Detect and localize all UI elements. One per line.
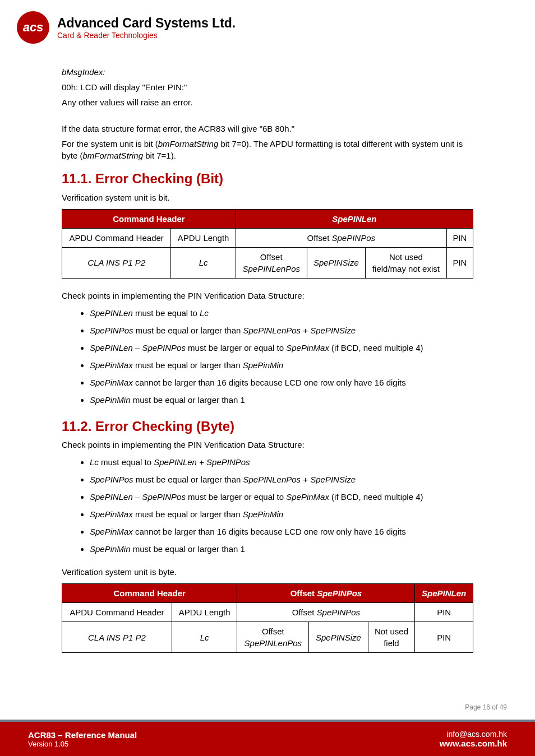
bullets-11-1: SpePINLen must be equal to LcSpePINPos m… <box>90 307 473 406</box>
list-item: Lc must equal to SpePINLen + SpePINPos <box>90 456 473 468</box>
list-item: SpePinMax cannot be larger than 16 digit… <box>90 377 473 388</box>
td2-spepinsize: SpePINSize <box>309 622 368 653</box>
logo-icon: acs <box>17 11 49 44</box>
th2-offset-spepinpos: Offset SpePINPos <box>237 584 415 603</box>
list-item: SpePINLen must be equal to Lc <box>90 307 473 319</box>
bullets-11-2: Lc must equal to SpePINLen + SpePINPosSp… <box>90 456 473 555</box>
page-footer: ACR83 – Reference Manual Version 1.05 in… <box>0 720 535 756</box>
footer-right: info@acs.com.hk www.acs.com.hk <box>440 730 507 748</box>
page-number: Page 16 of 49 <box>465 703 507 711</box>
heading-11-1: 11.1. Error Checking (Bit) <box>62 169 473 188</box>
verify-byte: Verification system unit is byte. <box>62 566 473 578</box>
bmsgindex-other: Any other values will raise an error. <box>62 96 473 108</box>
heading-11-2: 11.2. Error Checking (Byte) <box>62 417 473 436</box>
intro-11-2: Check points in implementing the PIN Ver… <box>62 439 473 451</box>
table-bit: Command Header SpePINLen APDU Command He… <box>62 209 473 279</box>
checkpoints-intro-11-1: Check points in implementing the PIN Ver… <box>62 290 473 302</box>
footer-site: www.acs.com.hk <box>440 739 507 748</box>
td-cla-ins: CLA INS P1 P2 <box>62 247 171 278</box>
td2-cla-ins: CLA INS P1 P2 <box>62 622 172 653</box>
td-pin: PIN <box>446 228 473 247</box>
footer-email: info@acs.com.hk <box>440 730 507 739</box>
td2-offset-spepinlenpos: OffsetSpePINLenPos <box>237 622 309 653</box>
list-item: SpePinMax must be equal or larger than S… <box>90 359 473 371</box>
td2-pin: PIN <box>415 603 473 622</box>
list-item: SpePinMax cannot be larger than 16 digit… <box>90 526 473 537</box>
intro-11-1: Verification system unit is bit. <box>62 192 473 203</box>
bmsgindex-00h: 00h: LCD will display "Enter PIN:" <box>62 81 473 93</box>
td-apdu-cmd-header: APDU Command Header <box>62 228 171 247</box>
list-item: SpePinMin must be equal or larger than 1 <box>90 543 473 555</box>
page-header: acs Advanced Card Systems Ltd. Card & Re… <box>0 0 535 49</box>
list-item: SpePINPos must be equal or larger than S… <box>90 474 473 485</box>
format-error: If the data structure format error, the … <box>62 123 473 134</box>
td2-apdu-cmd-header: APDU Command Header <box>62 603 172 622</box>
th-spepinlen: SpePINLen <box>236 209 473 228</box>
th-command-header: Command Header <box>62 209 236 228</box>
list-item: SpePinMin must be equal or larger than 1 <box>90 394 473 406</box>
td2-not-used: Not usedfield <box>368 622 415 653</box>
list-item: SpePINLen – SpePINPos must be larger or … <box>90 491 473 503</box>
td2-offset-spepinpos: Offset SpePINPos <box>237 603 415 622</box>
logo-text: acs <box>23 20 44 35</box>
th2-command-header: Command Header <box>62 584 237 603</box>
td2-pin2: PIN <box>415 622 473 653</box>
td-lc: Lc <box>171 247 236 278</box>
system-unit-note: For the system unit is bit (bmFormatStri… <box>62 138 473 161</box>
th2-spepinlen: SpePINLen <box>415 584 473 603</box>
td-pin2: PIN <box>446 247 473 278</box>
td-apdu-length: APDU Length <box>171 228 236 247</box>
list-item: SpePINPos must be equal or larger than S… <box>90 324 473 336</box>
td2-lc: Lc <box>172 622 237 653</box>
bmsgindex-label: bMsgIndex: <box>62 66 473 78</box>
footer-version: Version 1.05 <box>28 740 137 748</box>
footer-left: ACR83 – Reference Manual Version 1.05 <box>28 730 137 748</box>
list-item: SpePinMax must be equal or larger than S… <box>90 508 473 520</box>
page-content: bMsgIndex: 00h: LCD will display "Enter … <box>0 49 535 653</box>
footer-title: ACR83 – Reference Manual <box>28 730 137 740</box>
td-offset-spepinlenpos: OffsetSpePINLenPos <box>236 247 307 278</box>
td2-apdu-length: APDU Length <box>172 603 237 622</box>
company-name: Advanced Card Systems Ltd. <box>57 16 236 31</box>
td-not-used: Not usedfield/may not exist <box>366 247 447 278</box>
td-offset-spepinpos: Offset SpePINPos <box>236 228 446 247</box>
table-byte: Command Header Offset SpePINPos SpePINLe… <box>62 583 473 653</box>
tagline: Card & Reader Technologies <box>57 31 236 40</box>
company-block: Advanced Card Systems Ltd. Card & Reader… <box>57 16 236 40</box>
list-item: SpePINLen – SpePINPos must be larger or … <box>90 342 473 354</box>
td-spepinsize: SpePINSize <box>307 247 365 278</box>
